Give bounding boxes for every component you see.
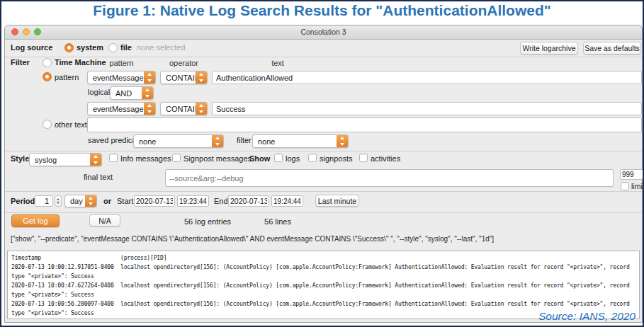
lines-count: 56 lines [249,217,306,226]
start-label: Start [117,197,133,205]
pattern-radio[interactable] [43,72,52,81]
operator-select-2[interactable]: CONTAINS [160,102,208,115]
final-text-label: final text [84,173,113,181]
pattern-column-header: pattern [87,59,156,67]
chevron-up-down-icon [337,134,348,148]
end-label: End [214,197,228,205]
divider [5,57,642,57]
na-button[interactable]: N/A [89,214,120,226]
chevron-up-down-icon [142,86,153,100]
chevron-up-down-icon [90,153,101,166]
consolation-window: Consolation 3 Log source system file non… [4,25,643,323]
log-source-system-label: system [77,43,103,52]
stepper-arrows-icon[interactable] [55,195,62,207]
start-date-input[interactable] [134,195,175,207]
chevron-up-down-icon [212,134,223,148]
log-output-area[interactable]: Timestamp (process)[PID] 2020-07-13 10:0… [7,251,640,319]
filter-text-input-1[interactable] [212,71,642,84]
other-text-input[interactable] [87,117,642,132]
end-date-input[interactable] [228,195,269,207]
period-label: Period [11,197,35,205]
chevron-up-down-icon [144,102,155,115]
style-select[interactable]: syslog [29,153,102,166]
filter-label: Filter [11,58,30,67]
show-signposts-checkbox[interactable] [308,154,317,162]
time-machine-radio[interactable] [43,58,52,67]
filter-text-input-2[interactable] [212,102,642,115]
window-title: Consolation 3 [5,28,642,36]
log-source-label: Log source [11,43,52,52]
log-command-line: ["show", "--predicate", "eventMessage CO… [11,235,640,243]
show-label: Show [249,154,270,163]
chevron-up-down-icon [196,71,207,84]
end-time-input[interactable] [271,195,303,207]
text-column-header: text [256,59,299,67]
source-credit: Source: IANS, 2020 [538,310,635,323]
show-activities-label: activities [371,154,400,163]
pattern-select-2[interactable]: eventMessage [87,102,156,115]
info-messages-label: Info messages [120,154,171,163]
or-label: or [103,197,111,205]
log-entries-count: 56 log entries [172,217,243,226]
log-source-file-radio[interactable] [108,43,118,52]
show-logs-checkbox[interactable] [274,154,283,162]
show-signposts-label: signposts [320,154,352,163]
limit-label: limit [631,182,644,190]
logical-select[interactable]: AND [110,86,154,100]
figure-title: Figure 1: Native Log Search Results for … [1,2,643,19]
final-text-input[interactable] [165,169,614,187]
signpost-messages-label: Signpost messages [183,154,252,163]
signpost-messages-checkbox[interactable] [172,154,181,162]
operator-select-1[interactable]: CONTAINS [160,71,208,84]
period-unit-select[interactable]: day [64,195,97,207]
pattern-radio-label: pattern [55,73,79,81]
show-logs-label: logs [286,154,300,163]
divider [5,212,642,213]
logical-label: logical [88,88,110,96]
info-messages-checkbox[interactable] [109,154,118,162]
divider [5,151,642,151]
log-source-file-label: file [120,43,132,52]
divider [5,191,642,192]
chevron-up-down-icon [85,195,96,207]
saved-predicate-select[interactable]: none [133,134,224,148]
last-minute-button[interactable]: Last minute [315,195,359,207]
filter-select-label: filter [237,136,252,144]
get-log-button[interactable]: Get log [11,214,60,227]
log-output-text: Timestamp (process)[PID] 2020-07-13 10:0… [8,251,639,319]
limit-checkbox[interactable] [621,182,629,190]
operator-column-header: operator [160,59,208,67]
window-titlebar[interactable]: Consolation 3 [5,25,642,40]
filter-select[interactable]: none [252,134,349,148]
save-as-defaults-button[interactable]: Save as defaults [583,42,641,54]
log-source-system-radio[interactable] [64,43,74,52]
other-text-label: other text [55,120,87,129]
style-label: Style [11,154,29,163]
write-logarchive-button[interactable]: Write logarchive [520,42,578,54]
pattern-select-1[interactable]: eventMessage [87,71,156,84]
limit-value-input[interactable] [620,169,644,180]
start-time-input[interactable] [177,195,209,207]
show-activities-checkbox[interactable] [359,154,368,162]
chevron-up-down-icon [144,71,155,84]
figure-frame: Figure 1: Native Log Search Results for … [0,0,644,327]
other-text-radio[interactable] [43,120,52,129]
chevron-up-down-icon [196,102,207,115]
period-count-input[interactable] [35,195,53,207]
file-none-selected-hint: none selected [137,43,186,52]
